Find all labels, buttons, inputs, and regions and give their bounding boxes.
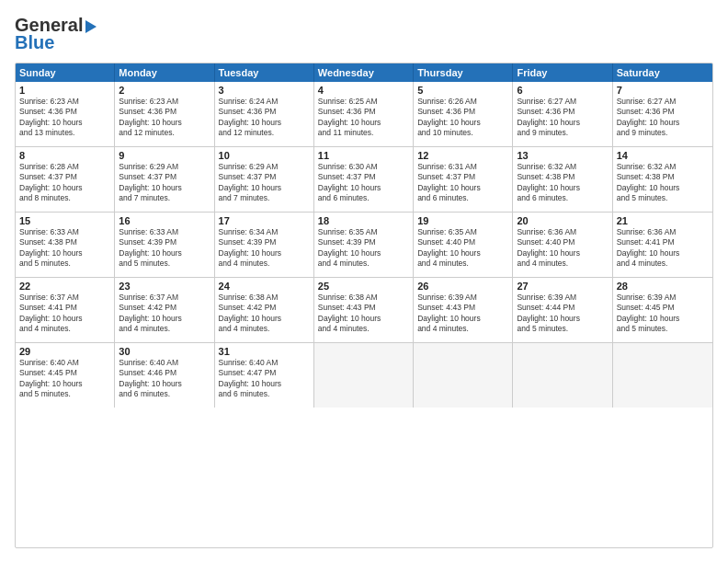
calendar-cell: 22Sunrise: 6:37 AMSunset: 4:41 PMDayligh… [16, 278, 115, 342]
calendar-cell [513, 343, 612, 408]
day-info: Sunrise: 6:26 AMSunset: 4:36 PMDaylight:… [417, 97, 508, 139]
calendar-cell [314, 343, 414, 408]
day-info: Sunrise: 6:37 AMSunset: 4:42 PMDaylight:… [119, 293, 210, 335]
day-info: Sunrise: 6:32 AMSunset: 4:38 PMDaylight:… [517, 162, 608, 204]
calendar-cell: 23Sunrise: 6:37 AMSunset: 4:42 PMDayligh… [115, 278, 214, 342]
day-info: Sunrise: 6:28 AMSunset: 4:37 PMDaylight:… [19, 162, 110, 204]
day-info: Sunrise: 6:33 AMSunset: 4:38 PMDaylight:… [19, 227, 110, 270]
day-number: 28 [617, 281, 709, 292]
calendar-cell: 8Sunrise: 6:28 AMSunset: 4:37 PMDaylight… [16, 147, 115, 212]
day-number: 19 [417, 215, 508, 226]
day-info: Sunrise: 6:36 AMSunset: 4:40 PMDaylight:… [517, 227, 608, 270]
logo-blue: Blue [15, 32, 54, 53]
day-number: 6 [517, 85, 608, 96]
calendar-cell: 11Sunrise: 6:30 AMSunset: 4:37 PMDayligh… [314, 147, 414, 212]
day-info: Sunrise: 6:39 AMSunset: 4:45 PMDaylight:… [617, 293, 709, 335]
day-info: Sunrise: 6:32 AMSunset: 4:38 PMDaylight:… [617, 162, 709, 204]
day-info: Sunrise: 6:25 AMSunset: 4:36 PMDaylight:… [318, 97, 409, 139]
calendar-cell: 31Sunrise: 6:40 AMSunset: 4:47 PMDayligh… [215, 343, 314, 408]
calendar-cell: 30Sunrise: 6:40 AMSunset: 4:46 PMDayligh… [115, 343, 214, 408]
day-number: 3 [219, 85, 310, 96]
calendar-cell: 28Sunrise: 6:39 AMSunset: 4:45 PMDayligh… [613, 278, 712, 342]
calendar-week-2: 8Sunrise: 6:28 AMSunset: 4:37 PMDaylight… [16, 147, 712, 213]
calendar-cell: 18Sunrise: 6:35 AMSunset: 4:39 PMDayligh… [314, 213, 414, 277]
calendar-cell: 14Sunrise: 6:32 AMSunset: 4:38 PMDayligh… [613, 147, 712, 212]
day-number: 22 [19, 281, 110, 292]
day-info: Sunrise: 6:39 AMSunset: 4:43 PMDaylight:… [417, 293, 508, 335]
day-number: 17 [219, 215, 310, 226]
calendar-week-1: 1Sunrise: 6:23 AMSunset: 4:36 PMDaylight… [16, 82, 712, 147]
day-info: Sunrise: 6:31 AMSunset: 4:37 PMDaylight:… [417, 162, 508, 204]
header-day-wednesday: Wednesday [314, 63, 414, 82]
page: General Blue SundayMondayTuesdayWednesda… [0, 0, 728, 563]
day-info: Sunrise: 6:29 AMSunset: 4:37 PMDaylight:… [119, 162, 210, 204]
day-number: 31 [219, 346, 310, 357]
day-number: 23 [119, 281, 210, 292]
day-info: Sunrise: 6:40 AMSunset: 4:45 PMDaylight:… [19, 358, 110, 400]
header-day-thursday: Thursday [414, 63, 513, 82]
day-info: Sunrise: 6:40 AMSunset: 4:46 PMDaylight:… [119, 358, 210, 400]
day-number: 5 [417, 85, 508, 96]
calendar-cell: 9Sunrise: 6:29 AMSunset: 4:37 PMDaylight… [115, 147, 214, 212]
day-info: Sunrise: 6:23 AMSunset: 4:36 PMDaylight:… [19, 97, 110, 139]
calendar-week-5: 29Sunrise: 6:40 AMSunset: 4:45 PMDayligh… [16, 343, 712, 408]
day-number: 13 [517, 150, 608, 161]
day-info: Sunrise: 6:23 AMSunset: 4:36 PMDaylight:… [119, 97, 210, 139]
day-info: Sunrise: 6:40 AMSunset: 4:47 PMDaylight:… [219, 358, 310, 400]
day-number: 1 [19, 85, 110, 96]
header-day-monday: Monday [115, 63, 214, 82]
day-info: Sunrise: 6:37 AMSunset: 4:41 PMDaylight:… [19, 293, 110, 335]
calendar-cell: 12Sunrise: 6:31 AMSunset: 4:37 PMDayligh… [414, 147, 513, 212]
calendar-week-4: 22Sunrise: 6:37 AMSunset: 4:41 PMDayligh… [16, 278, 712, 343]
calendar-cell: 16Sunrise: 6:33 AMSunset: 4:39 PMDayligh… [115, 213, 214, 277]
day-info: Sunrise: 6:29 AMSunset: 4:37 PMDaylight:… [219, 162, 310, 204]
calendar-cell [414, 343, 513, 408]
day-info: Sunrise: 6:34 AMSunset: 4:39 PMDaylight:… [219, 227, 310, 270]
day-number: 7 [617, 85, 709, 96]
day-info: Sunrise: 6:35 AMSunset: 4:40 PMDaylight:… [417, 227, 508, 270]
day-info: Sunrise: 6:27 AMSunset: 4:36 PMDaylight:… [517, 97, 608, 139]
header-day-tuesday: Tuesday [215, 63, 314, 82]
day-number: 12 [417, 150, 508, 161]
day-number: 30 [119, 346, 210, 357]
day-info: Sunrise: 6:39 AMSunset: 4:44 PMDaylight:… [517, 293, 608, 335]
calendar-cell: 1Sunrise: 6:23 AMSunset: 4:36 PMDaylight… [16, 82, 115, 146]
day-number: 10 [219, 150, 310, 161]
calendar-cell: 5Sunrise: 6:26 AMSunset: 4:36 PMDaylight… [414, 82, 513, 146]
day-number: 15 [19, 215, 110, 226]
day-number: 16 [119, 215, 210, 226]
day-number: 4 [318, 85, 409, 96]
day-number: 2 [119, 85, 210, 96]
calendar-cell: 25Sunrise: 6:38 AMSunset: 4:43 PMDayligh… [314, 278, 414, 342]
day-number: 27 [517, 281, 608, 292]
header: General Blue [15, 15, 713, 53]
calendar-cell: 24Sunrise: 6:38 AMSunset: 4:42 PMDayligh… [215, 278, 314, 342]
calendar-cell: 7Sunrise: 6:27 AMSunset: 4:36 PMDaylight… [613, 82, 712, 146]
calendar-cell: 4Sunrise: 6:25 AMSunset: 4:36 PMDaylight… [314, 82, 414, 146]
calendar-header: SundayMondayTuesdayWednesdayThursdayFrid… [16, 63, 712, 82]
calendar: SundayMondayTuesdayWednesdayThursdayFrid… [15, 63, 713, 548]
logo-arrow-icon [85, 20, 97, 33]
day-info: Sunrise: 6:38 AMSunset: 4:43 PMDaylight:… [318, 293, 409, 335]
day-number: 25 [318, 281, 409, 292]
day-info: Sunrise: 6:30 AMSunset: 4:37 PMDaylight:… [318, 162, 409, 204]
header-day-friday: Friday [513, 63, 612, 82]
day-info: Sunrise: 6:33 AMSunset: 4:39 PMDaylight:… [119, 227, 210, 270]
day-info: Sunrise: 6:27 AMSunset: 4:36 PMDaylight:… [617, 97, 709, 139]
calendar-cell: 17Sunrise: 6:34 AMSunset: 4:39 PMDayligh… [215, 213, 314, 277]
calendar-cell: 26Sunrise: 6:39 AMSunset: 4:43 PMDayligh… [414, 278, 513, 342]
calendar-cell: 3Sunrise: 6:24 AMSunset: 4:36 PMDaylight… [215, 82, 314, 146]
day-number: 29 [19, 346, 110, 357]
day-info: Sunrise: 6:35 AMSunset: 4:39 PMDaylight:… [318, 227, 409, 270]
day-number: 20 [517, 215, 608, 226]
calendar-cell: 20Sunrise: 6:36 AMSunset: 4:40 PMDayligh… [513, 213, 612, 277]
calendar-cell: 21Sunrise: 6:36 AMSunset: 4:41 PMDayligh… [613, 213, 712, 277]
day-info: Sunrise: 6:38 AMSunset: 4:42 PMDaylight:… [219, 293, 310, 335]
calendar-week-3: 15Sunrise: 6:33 AMSunset: 4:38 PMDayligh… [16, 213, 712, 278]
calendar-cell: 15Sunrise: 6:33 AMSunset: 4:38 PMDayligh… [16, 213, 115, 277]
calendar-cell: 6Sunrise: 6:27 AMSunset: 4:36 PMDaylight… [513, 82, 612, 146]
day-number: 14 [617, 150, 709, 161]
calendar-cell: 2Sunrise: 6:23 AMSunset: 4:36 PMDaylight… [115, 82, 214, 146]
header-day-saturday: Saturday [613, 63, 712, 82]
day-number: 9 [119, 150, 210, 161]
